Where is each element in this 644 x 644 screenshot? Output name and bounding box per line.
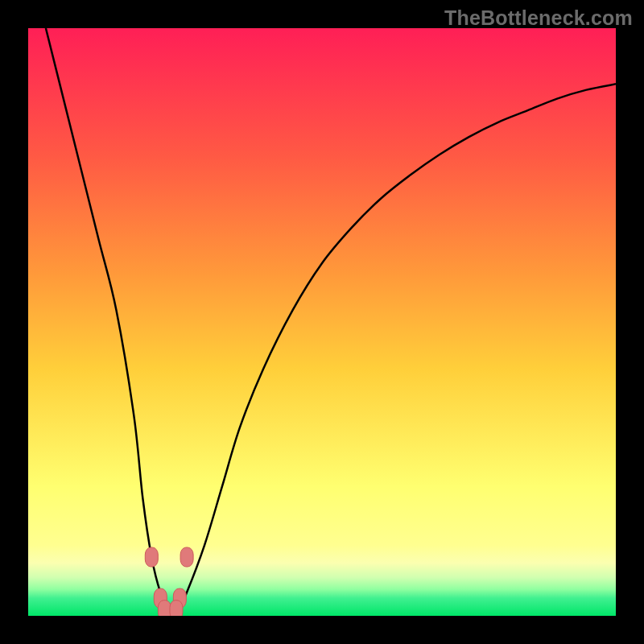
bottleneck-curve-svg bbox=[28, 28, 616, 616]
curve-group bbox=[46, 28, 616, 612]
plot-area bbox=[28, 28, 616, 616]
curve-marker bbox=[170, 601, 183, 616]
curve-marker bbox=[180, 547, 193, 567]
chart-frame: TheBottleneck.com bbox=[0, 0, 644, 644]
curve-marker bbox=[158, 601, 171, 616]
bottleneck-curve-path bbox=[46, 28, 616, 612]
curve-marker bbox=[145, 547, 158, 567]
marker-group bbox=[145, 547, 193, 616]
watermark-text: TheBottleneck.com bbox=[444, 6, 633, 30]
